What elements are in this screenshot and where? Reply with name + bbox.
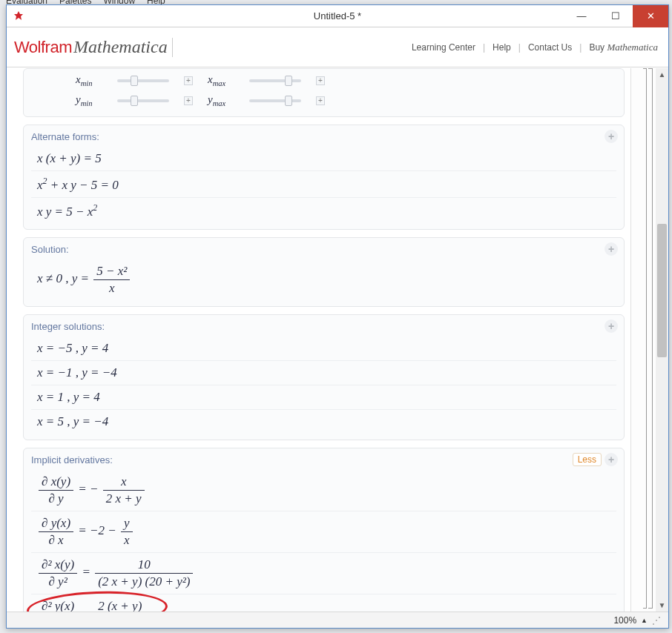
link-learning-center[interactable]: Learning Center (412, 42, 475, 53)
result-row[interactable]: x (x + y) = 5 (31, 147, 616, 171)
result-row[interactable]: ∂² y(x)∂ x² = 2 (x + y)x² (31, 594, 616, 612)
slider-xmin-expand-icon[interactable]: + (184, 76, 193, 85)
brand-links: Learning Center | Help | Contact Us | Bu… (412, 42, 658, 53)
minimize-button[interactable]: — (564, 5, 599, 27)
content-scroll[interactable]: xmin + xmax + ymin + ymax + + (7, 68, 630, 612)
app-icon (13, 10, 24, 22)
result-row[interactable]: ∂ x(y)∂ y = − x2 x + y (31, 470, 616, 511)
pod-solution: + Solution: x ≠ 0 , y = 5 − x²x (23, 237, 625, 307)
brand-separator (172, 38, 173, 57)
zoom-up-icon[interactable]: ▲ (641, 617, 648, 624)
result-row[interactable]: x = 5 , y = −4 (31, 410, 616, 434)
slider-xmax[interactable] (249, 79, 301, 82)
result-row[interactable]: ∂ y(x)∂ x = −2 − yx (31, 511, 616, 553)
brand-wolfram: Wolfram (14, 38, 72, 57)
result-row[interactable]: x y = 5 − x2 (31, 198, 616, 224)
pod-implicit-derivatives: Less + Implicit derivatives: ∂ x(y)∂ y =… (23, 448, 625, 612)
scroll-up-icon[interactable]: ▲ (656, 68, 668, 81)
slider-label-xmin: xmin (76, 73, 102, 87)
slider-label-xmax: xmax (208, 73, 234, 87)
slider-label-ymin: ymin (76, 93, 102, 107)
pod-title: Alternate forms: (31, 131, 616, 142)
zoom-level[interactable]: 100% (613, 615, 636, 626)
svg-marker-0 (14, 11, 23, 20)
status-bar: 100% ▲ ⋰ (7, 612, 668, 628)
brand-mathematica: Mathematica (73, 37, 168, 57)
scroll-down-icon[interactable]: ▼ (656, 599, 668, 612)
cell-brackets[interactable] (630, 68, 656, 612)
brand-bar: Wolfram Mathematica Learning Center | He… (7, 27, 668, 67)
close-button[interactable]: ✕ (633, 5, 668, 27)
brand-logo: Wolfram Mathematica (14, 37, 168, 57)
link-contact[interactable]: Contact Us (528, 42, 572, 53)
maximize-button[interactable]: ☐ (599, 5, 633, 27)
link-buy[interactable]: Buy Mathematica (589, 42, 658, 53)
link-help[interactable]: Help (493, 42, 511, 53)
pod-title: Integer solutions: (31, 321, 616, 332)
slider-ymin-expand-icon[interactable]: + (184, 96, 193, 105)
scrollbar-thumb[interactable] (657, 224, 667, 357)
notebook-area: xmin + xmax + ymin + ymax + + (7, 68, 668, 612)
slider-ymax[interactable] (249, 99, 301, 102)
pod-plot-controls: xmin + xmax + ymin + ymax + (23, 68, 625, 117)
slider-ymax-expand-icon[interactable]: + (316, 96, 325, 105)
result-row[interactable]: x = −5 , y = 4 (31, 337, 616, 361)
titlebar[interactable]: Untitled-5 * — ☐ ✕ (7, 5, 668, 27)
slider-label-ymax: ymax (208, 93, 234, 107)
result-row[interactable]: ∂² x(y)∂ y² = 10(2 x + y) (20 + y²) (31, 553, 616, 594)
pod-title: Solution: (31, 244, 616, 255)
result-row[interactable]: x = 1 , y = 4 (31, 385, 616, 410)
result-row[interactable]: x ≠ 0 , y = 5 − x²x (31, 259, 616, 300)
pod-integer-solutions: + Integer solutions: x = −5 , y = 4 x = … (23, 314, 625, 440)
result-row[interactable]: x = −1 , y = −4 (31, 361, 616, 385)
pod-less-button[interactable]: Less (573, 453, 602, 466)
vertical-scrollbar[interactable]: ▲ ▼ (656, 68, 668, 612)
pod-alternate-forms: + Alternate forms: x (x + y) = 5 x2 + x … (23, 125, 625, 230)
pod-expand-icon[interactable]: + (605, 130, 618, 143)
slider-ymin[interactable] (117, 99, 169, 102)
result-row[interactable]: x2 + x y − 5 = 0 (31, 171, 616, 198)
pod-title: Implicit derivatives: (31, 454, 616, 465)
resize-grip-icon[interactable]: ⋰ (652, 615, 661, 626)
slider-xmin[interactable] (117, 79, 169, 82)
slider-xmax-expand-icon[interactable]: + (316, 76, 325, 85)
app-window: Untitled-5 * — ☐ ✕ Wolfram Mathematica L… (6, 4, 669, 629)
